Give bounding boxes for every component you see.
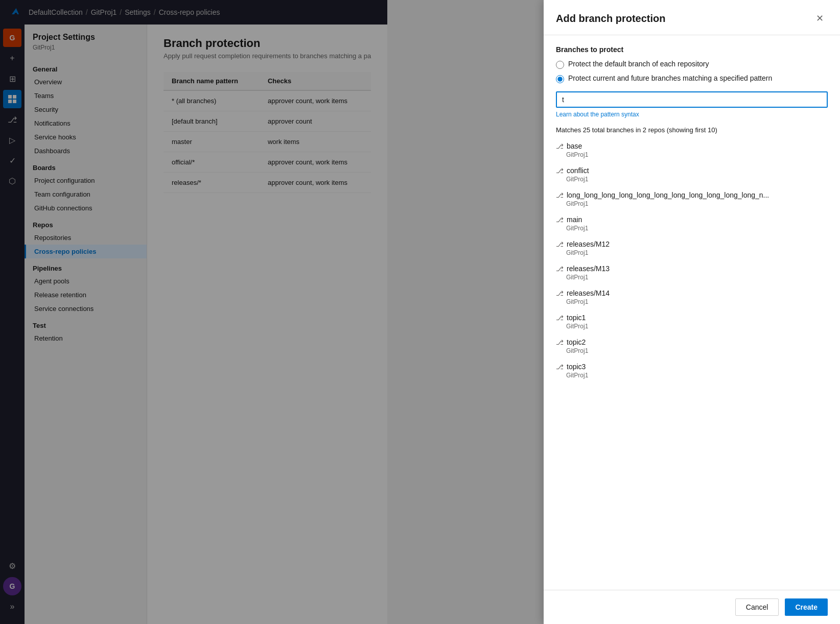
modal-overlay: Add branch protection ✕ Branches to prot… [0, 25, 387, 624]
